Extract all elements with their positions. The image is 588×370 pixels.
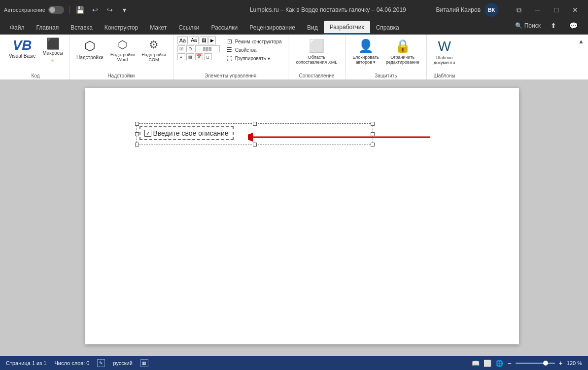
user-avatar[interactable]: ВК [484, 3, 498, 17]
list-btn[interactable]: ≡ [177, 53, 185, 60]
minimize-button[interactable]: ─ [529, 3, 547, 17]
addins-com-icon: ⚙ [149, 38, 159, 51]
addins-com-button[interactable]: ⚙ НадстройкиCOM [138, 37, 169, 64]
comments-icon[interactable]: 💬 [564, 19, 582, 33]
arrow-annotation [248, 131, 435, 145]
date-btn[interactable]: 📅 [195, 53, 203, 60]
tab-design[interactable]: Конструктор [99, 21, 144, 35]
group-code: VB Visual Basic ⬛ Макросы ⚠ [2, 35, 69, 79]
restore-button[interactable]: ⧉ [510, 3, 528, 17]
block-authors-button[interactable]: 👤 Блокироватьавторов ▾ [349, 37, 381, 67]
more-icon[interactable]: ▾ [119, 4, 131, 16]
tab-view[interactable]: Вид [301, 21, 324, 35]
table-icon[interactable]: ▦ [140, 359, 148, 367]
handle-bl[interactable] [135, 143, 139, 147]
tab-references[interactable]: Ссылки [173, 21, 205, 35]
autosave-toggle[interactable] [48, 6, 64, 14]
restrict-label: Ограничитьредактирование [386, 55, 419, 65]
maximize-button[interactable]: □ [548, 3, 565, 17]
text-controls: Aa Aa 🖼 ▶ ☑ ⊙ [177, 37, 220, 60]
share-icon[interactable]: ⬆ [545, 19, 562, 33]
addins-word-icon: ⬡ [118, 38, 127, 51]
templates-items: W Шаблондокумента [431, 37, 458, 72]
properties-label: Свойства [235, 47, 257, 53]
close-button[interactable]: ✕ [566, 3, 584, 17]
handle-tr[interactable] [371, 122, 375, 126]
tab-file[interactable]: Файл [4, 21, 31, 35]
page-info: Страница 1 из 1 [6, 360, 46, 366]
addins-items: ⬡ Надстройки ⬡ НадстройкиWord ⚙ Надстрой… [73, 37, 169, 72]
image-btn[interactable]: 🖼 [200, 37, 208, 44]
handle-br[interactable] [371, 143, 375, 147]
ribbon-body: VB Visual Basic ⬛ Макросы ⚠ [0, 35, 588, 80]
addins-word-button[interactable]: ⬡ НадстройкиWord [107, 37, 138, 64]
redo-icon[interactable]: ↪ [104, 4, 116, 16]
zoom-thumb[interactable] [543, 361, 548, 366]
design-mode-button[interactable]: ⊡ Режим конструктора [224, 37, 284, 45]
properties-button[interactable]: ☰ Свойства [224, 46, 284, 54]
read-mode-icon[interactable]: 📖 [472, 360, 480, 367]
visual-basic-button[interactable]: VB Visual Basic [6, 37, 38, 61]
tab-developer[interactable]: Разработчик [324, 21, 370, 35]
xml-label: Областьсопоставления XML [296, 55, 338, 65]
handle-tc[interactable] [253, 122, 257, 126]
ribbon-collapse-button[interactable]: ▲ [576, 37, 586, 46]
zoom-plus[interactable]: + [559, 359, 563, 367]
group-mapping: ⬜ Областьсопоставления XML Сопоставление [288, 35, 346, 79]
handle-bc[interactable] [253, 143, 257, 147]
save-icon[interactable]: 💾 [74, 4, 86, 16]
restrict-editing-button[interactable]: 🔒 Ограничитьредактирование [383, 37, 422, 67]
ctrl-row2: ☑ ⊙ [177, 45, 220, 52]
handle-mr[interactable] [371, 132, 375, 136]
separator-1 [69, 6, 69, 14]
addins-icon: ⬡ [84, 38, 96, 54]
mode-controls: ⊡ Режим конструктора ☰ Свойства ⬚ Группи… [224, 37, 284, 62]
video-btn[interactable]: ▶ [208, 37, 216, 44]
macros-button[interactable]: ⬛ Макросы [40, 37, 65, 57]
xml-area-button[interactable]: ⬜ Областьсопоставления XML [292, 37, 342, 67]
handle-ml[interactable] [135, 132, 139, 136]
group-controls: Aa Aa 🖼 ▶ ☑ ⊙ [173, 35, 288, 79]
group-label: Группировать ▾ [235, 56, 270, 61]
window-controls: ⧉ ─ □ ✕ [510, 3, 584, 17]
tab-home[interactable]: Главная [31, 21, 65, 35]
checkbox-btn[interactable]: ☑ [177, 45, 185, 52]
checkbox-label: Введите свое описание [153, 129, 229, 137]
handle-tl[interactable] [135, 122, 139, 126]
text-ctrl-row1: Aa Aa 🖼 ▶ [177, 37, 220, 44]
checkbox-input[interactable]: ✓ [144, 130, 151, 137]
protect-items: 👤 Блокироватьавторов ▾ 🔒 Ограничитьредак… [349, 37, 422, 72]
tab-insert[interactable]: Вставка [65, 21, 99, 35]
search-box[interactable]: 🔍 Поиск [515, 22, 541, 29]
template-button[interactable]: W Шаблондокумента [431, 37, 458, 67]
code-group-items: VB Visual Basic ⬛ Макросы ⚠ [6, 37, 65, 72]
tab-mailings[interactable]: Рассылки [205, 21, 243, 35]
grid-btn[interactable] [195, 45, 220, 52]
tab-help[interactable]: Справка [370, 21, 405, 35]
design-mode-icon: ⊡ [226, 38, 234, 45]
combo-btn[interactable]: ▤ [186, 53, 194, 60]
addins-button[interactable]: ⬡ Надстройки [73, 37, 106, 62]
autosave-section: Автосохранение [4, 6, 64, 14]
group-button[interactable]: ⬚ Группировать ▾ [224, 54, 284, 62]
ribbon-right-icons: ⬆ 💬 [545, 19, 582, 33]
document-title: Lumpics.ru – Как в Ворде поставить галоч… [220, 6, 436, 13]
text-aa-btn[interactable]: Aa [177, 37, 188, 44]
tab-layout[interactable]: Макет [144, 21, 173, 35]
track-changes-icon[interactable]: ✎ [97, 359, 105, 367]
undo-icon[interactable]: ↩ [89, 4, 101, 16]
protect-group-label: Защитить [375, 73, 397, 78]
zoom-slider[interactable] [516, 363, 555, 364]
zoom-minus[interactable]: − [507, 359, 511, 367]
ribbon-tabs: Файл Главная Вставка Конструктор Макет С… [0, 20, 588, 35]
user-section: Виталий Каиров ВК ⧉ ─ □ ✕ [436, 3, 584, 17]
design-mode-label: Режим конструктора [235, 39, 282, 44]
tab-review[interactable]: Рецензирование [243, 21, 301, 35]
checkbox-control[interactable]: ✓ Введите свое описание [139, 126, 234, 140]
block-btn[interactable]: ◻ [204, 53, 212, 60]
text-aa-btn2[interactable]: Aa [189, 37, 199, 44]
print-layout-icon[interactable]: ⬜ [484, 360, 491, 367]
statusbar: Страница 1 из 1 Число слов: 0 ✎ русский … [0, 356, 588, 370]
web-layout-icon[interactable]: 🌐 [495, 360, 503, 367]
radio-btn[interactable]: ⊙ [186, 45, 194, 52]
